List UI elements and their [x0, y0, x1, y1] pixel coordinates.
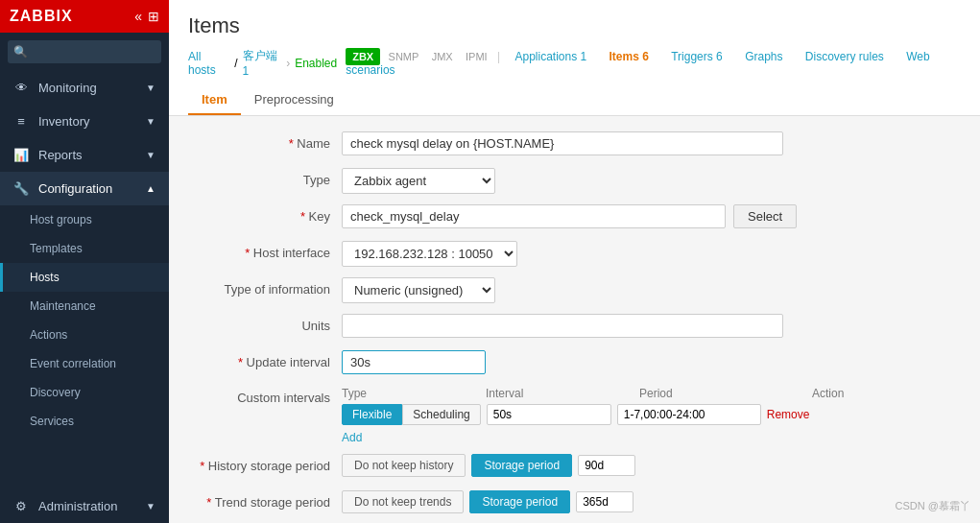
- breadcrumb-host[interactable]: 客户端1: [243, 48, 282, 78]
- ci-flexible-btn[interactable]: Flexible: [342, 404, 402, 425]
- update-interval-label: Update interval: [188, 350, 342, 369]
- sidebar-sub-item-maintenance[interactable]: Maintenance: [0, 292, 169, 321]
- page-title: Items: [188, 13, 961, 38]
- ci-interval-input[interactable]: [487, 404, 611, 425]
- form-row-update-interval: Update interval: [188, 350, 961, 377]
- arrow-icon: ▲: [146, 183, 155, 194]
- ci-add-link[interactable]: Add: [342, 431, 362, 444]
- tab-preprocessing[interactable]: Preprocessing: [241, 85, 347, 115]
- ci-row: Flexible Scheduling Remove: [342, 404, 961, 425]
- host-tab-applications[interactable]: Applications 1: [505, 45, 596, 68]
- breadcrumb-sep2: ›: [286, 57, 290, 70]
- host-tab-discovery-rules[interactable]: Discovery rules: [796, 45, 894, 68]
- host-tab-graphs[interactable]: Graphs: [735, 45, 792, 68]
- watermark: CSDN @慕霜丫: [896, 499, 970, 513]
- maintenance-label: Maintenance: [30, 299, 96, 313]
- type-label: Type: [188, 168, 342, 187]
- sidebar-sub-item-templates[interactable]: Templates: [0, 234, 169, 263]
- trend-keep-btn[interactable]: Do not keep trends: [342, 490, 464, 513]
- sidebar-header: ZABBIX « ⊞: [0, 0, 169, 33]
- ci-type-buttons: Flexible Scheduling: [342, 404, 481, 425]
- sidebar-item-configuration[interactable]: 🔧 Configuration ▲: [0, 172, 169, 205]
- ci-period-input[interactable]: [617, 404, 761, 425]
- ci-period-header: Period: [639, 387, 812, 400]
- update-interval-input[interactable]: [342, 350, 486, 374]
- bottom-nav: ⚙ Administration ▼: [0, 489, 169, 523]
- collapse-icon[interactable]: «: [134, 9, 142, 24]
- custom-intervals-label: Custom intervals: [188, 387, 342, 405]
- ci-interval-header: Interval: [486, 387, 639, 400]
- form-row-units: Units: [188, 314, 961, 341]
- breadcrumb-enabled: Enabled: [295, 57, 337, 70]
- breadcrumb: All hosts / 客户端1 › Enabled ZBX SNMP JMX …: [188, 48, 961, 78]
- sidebar-item-label: Configuration: [38, 181, 112, 196]
- ci-type-header: Type: [342, 387, 486, 400]
- sidebar-sub-item-services[interactable]: Services: [0, 407, 169, 436]
- form-row-trend: Trend storage period Do not keep trends …: [188, 490, 961, 517]
- trend-storage-period-btn[interactable]: Storage period: [469, 490, 570, 513]
- sidebar-item-inventory[interactable]: ≡ Inventory ▼: [0, 105, 169, 138]
- type-of-info-label: Type of information: [188, 277, 342, 297]
- form-row-host-interface: Host interface 192.168.232.128 : 10050: [188, 241, 961, 268]
- units-label: Units: [188, 314, 342, 333]
- form-row-custom-intervals: Custom intervals Type Interval Period Ac…: [188, 387, 961, 444]
- trend-value-input[interactable]: [576, 491, 633, 512]
- grid-icon[interactable]: ⊞: [148, 9, 159, 24]
- tab-item[interactable]: Item: [188, 85, 241, 115]
- host-tab-items[interactable]: Items 6: [600, 45, 658, 68]
- type-of-info-control: Numeric (unsigned): [342, 277, 961, 303]
- arrow-icon: ▼: [146, 83, 155, 93]
- ci-add-row: Add: [342, 429, 961, 444]
- form-row-type: Type Zabbix agent: [188, 168, 961, 195]
- ci-remove-link[interactable]: Remove: [767, 408, 810, 421]
- monitoring-icon: 👁: [13, 81, 29, 95]
- sidebar-sub-item-actions[interactable]: Actions: [0, 321, 169, 349]
- arrow-icon: ▼: [146, 116, 155, 127]
- sidebar-item-reports[interactable]: 📊 Reports ▼: [0, 138, 169, 172]
- sidebar-sub-item-event-correlation[interactable]: Event correlation: [0, 349, 169, 378]
- sidebar-item-administration[interactable]: ⚙ Administration ▼: [0, 489, 169, 523]
- ci-header: Type Interval Period Action: [342, 387, 961, 400]
- reports-icon: 📊: [13, 148, 29, 162]
- host-tab-ipmi[interactable]: IPMI: [461, 48, 492, 65]
- type-of-info-select[interactable]: Numeric (unsigned): [342, 277, 495, 303]
- ci-scheduling-btn[interactable]: Scheduling: [402, 404, 480, 425]
- arrow-icon: ▼: [146, 150, 155, 160]
- history-storage-period-btn[interactable]: Storage period: [471, 454, 572, 477]
- sidebar-item-monitoring[interactable]: 👁 Monitoring ▼: [0, 71, 169, 105]
- select-button[interactable]: Select: [733, 204, 797, 228]
- nav-section: 👁 Monitoring ▼ ≡ Inventory ▼ 📊 Reports ▼…: [0, 71, 169, 436]
- name-input[interactable]: [342, 131, 783, 155]
- search-input[interactable]: [8, 40, 161, 63]
- host-interface-select[interactable]: 192.168.232.128 : 10050: [342, 241, 517, 267]
- hosts-label: Hosts: [30, 271, 60, 284]
- tab-sep: |: [497, 50, 500, 63]
- sidebar: ZABBIX « ⊞ 👁 Monitoring ▼ ≡ Inventory ▼ …: [0, 0, 169, 523]
- trend-control: Do not keep trends Storage period: [342, 490, 961, 513]
- history-value-input[interactable]: [578, 455, 635, 476]
- main-header: Items All hosts / 客户端1 › Enabled ZBX SNM…: [169, 0, 980, 116]
- inventory-icon: ≡: [13, 114, 29, 129]
- history-keep-btn[interactable]: Do not keep history: [342, 454, 466, 477]
- sidebar-item-label: Monitoring: [38, 81, 97, 95]
- host-tab-jmx[interactable]: JMX: [427, 48, 458, 65]
- sidebar-item-label: Inventory: [38, 114, 89, 129]
- type-control: Zabbix agent: [342, 168, 961, 194]
- key-input[interactable]: [342, 204, 726, 228]
- form-row-type-info: Type of information Numeric (unsigned): [188, 277, 961, 304]
- breadcrumb-all-hosts[interactable]: All hosts: [188, 50, 229, 77]
- form-row-history: History storage period Do not keep histo…: [188, 454, 961, 481]
- name-control: [342, 131, 961, 155]
- sidebar-sub-item-host-groups[interactable]: Host groups: [0, 205, 169, 234]
- host-tab-triggers[interactable]: Triggers 6: [661, 45, 732, 68]
- name-label: Name: [188, 131, 342, 151]
- breadcrumb-sep1: /: [234, 57, 237, 70]
- sidebar-sub-item-hosts[interactable]: Hosts: [0, 263, 169, 292]
- units-input[interactable]: [342, 314, 783, 338]
- host-interface-control: 192.168.232.128 : 10050: [342, 241, 961, 267]
- administration-icon: ⚙: [13, 499, 29, 513]
- sidebar-sub-item-discovery[interactable]: Discovery: [0, 378, 169, 407]
- host-interface-label: Host interface: [188, 241, 342, 260]
- type-select[interactable]: Zabbix agent: [342, 168, 495, 194]
- key-label: Key: [188, 204, 342, 224]
